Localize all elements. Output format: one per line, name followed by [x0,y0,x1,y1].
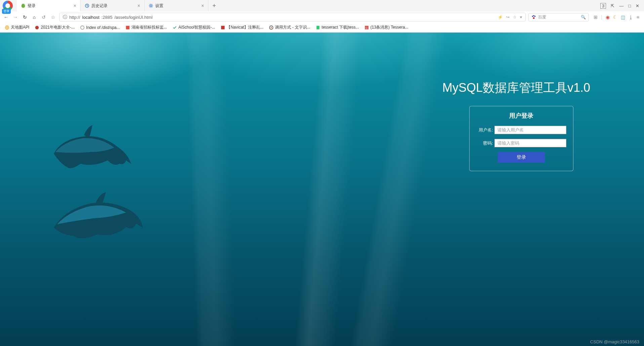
bookmark-item[interactable]: 湖南省招标投标监... [123,24,169,31]
tab-settings[interactable]: 设置 × [145,0,208,11]
tab-login[interactable]: 登录 × [17,0,81,11]
info-icon[interactable]: ⓘ [63,14,67,20]
url-host: localhost [82,15,99,20]
search-placeholder: 百度 [538,14,546,20]
moon-icon[interactable]: ☾ [613,14,617,20]
search-icon[interactable]: 🔍 [581,15,586,20]
gear-icon [149,3,153,8]
password-row: 密码: [476,139,566,147]
chevron-down-icon[interactable]: ▾ [520,15,522,20]
close-window-icon[interactable]: ✕ [636,3,639,8]
svg-point-5 [533,17,535,18]
page-content: MySQL数据库管理工具v1.0 用户登录 用户名: 密码: 登录 CSDN @… [0,33,644,346]
password-input[interactable] [494,139,566,147]
password-label: 密码: [476,140,493,146]
login-button[interactable]: 登录 [498,152,545,163]
svg-rect-13 [316,26,319,29]
circle-icon [269,25,274,30]
svg-rect-9 [126,26,130,29]
tab-history[interactable]: 历史记录 × [81,0,145,11]
url-protocol: http:// [69,15,80,20]
window-controls: 3 ⇱ — □ ✕ [596,0,644,11]
login-heading: 用户登录 [476,112,566,120]
svg-point-1 [150,5,152,6]
url-port: :2885 [102,15,113,20]
login-badge: 登录 [2,9,11,14]
browser-chrome: 登录 登录 × 历史记录 × 设置 × + 3 ⇱ — □ ✕ ← → ↻ ⌂ [0,0,644,33]
menu-icon[interactable]: ≡ [637,14,639,20]
flag-icon [125,25,130,30]
star-button[interactable]: ☆ [50,14,56,20]
app-title: MySQL数据库管理工具v1.0 [442,80,590,96]
home-button[interactable]: ⌂ [31,14,38,20]
svg-point-12 [271,27,272,28]
film-icon [35,25,39,30]
svg-point-7 [35,26,39,29]
favorite-icon[interactable]: ☆ [513,15,517,20]
stop-button[interactable]: ↺ [40,14,47,20]
toolbar-right: ⊞ | ◉ ☾ ◫ ⭳ ≡ [592,14,641,20]
tab-bar: 登录 登录 × 历史记录 × 设置 × + 3 ⇱ — □ ✕ [0,0,644,11]
doc-icon [316,25,320,30]
minimize-icon[interactable]: — [619,3,623,8]
bookmark-item[interactable]: AiSchool智慧校园-... [170,24,217,31]
tab-title: 设置 [155,3,199,9]
window-count-badge[interactable]: 3 [600,3,606,9]
svg-point-4 [534,16,536,17]
address-bar: ← → ↻ ⌂ ↺ ☆ ⓘ http://localhost:2885/asse… [0,11,644,23]
lightning-icon[interactable]: ⚡ [498,15,503,20]
profile-icon[interactable]: ◉ [606,14,610,20]
maximize-icon[interactable]: □ [628,3,631,8]
share-icon[interactable]: ↪ [506,15,510,20]
bookmark-item[interactable]: 调用方式 - 文字识... [267,24,312,31]
url-input[interactable]: ⓘ http://localhost:2885/assets/loginUI.h… [59,13,526,22]
dolphin-image [44,184,145,251]
bookmark-item[interactable]: C(13条消息) Tessera... [362,24,410,31]
globe-icon [5,25,9,30]
check-icon [172,25,177,30]
svg-point-3 [533,15,534,16]
url-path: /assets/loginUI.html [114,15,152,20]
dolphin-image [47,120,134,181]
svg-rect-10 [221,26,225,29]
login-panel: 用户登录 用户名: 密码: 登录 [469,106,573,171]
watermark: CSDN @magic33416563 [590,339,639,344]
baidu-paw-icon [531,15,536,20]
bookmark-item[interactable]: 天地图API [3,24,31,31]
tab-title: 历史记录 [91,3,135,9]
reload-button[interactable]: ↻ [22,14,28,20]
bookmark-item[interactable]: 【Navicat】注释乱... [218,24,266,31]
svg-point-8 [81,26,84,29]
leaf-icon [21,3,26,8]
close-icon[interactable]: × [201,3,204,8]
bookmark-item[interactable]: 2021年电影大全-... [33,24,77,31]
tab-title: 登录 [28,3,72,9]
username-label: 用户名: [476,127,493,133]
download-icon[interactable]: ⭳ [629,14,633,20]
history-icon [85,3,89,8]
crop-icon[interactable]: ◫ [621,14,625,20]
globe-icon [80,25,85,30]
username-row: 用户名: [476,126,566,134]
bookmark-item[interactable]: Index of /dist/spa... [78,25,122,31]
username-input[interactable] [494,126,566,134]
forward-button[interactable]: → [12,14,19,20]
c-icon: C [364,25,369,30]
close-icon[interactable]: × [137,3,140,8]
badge-icon [220,25,225,30]
bookmarks-bar: 天地图API 2021年电影大全-... Index of /dist/spa.… [0,23,644,32]
apps-icon[interactable]: ⊞ [594,14,598,20]
svg-point-2 [532,16,533,17]
back-button[interactable]: ← [3,14,9,20]
bookmark-item[interactable]: tesseract 下载|tess... [314,24,361,31]
svg-text:C: C [366,26,368,29]
new-tab-button[interactable]: + [208,2,220,9]
search-input[interactable]: 百度 🔍 [528,13,589,22]
url-actions: ⚡ ↪ ☆ ▾ [498,15,522,20]
close-icon[interactable]: × [74,3,76,8]
restore-icon[interactable]: ⇱ [611,3,614,8]
